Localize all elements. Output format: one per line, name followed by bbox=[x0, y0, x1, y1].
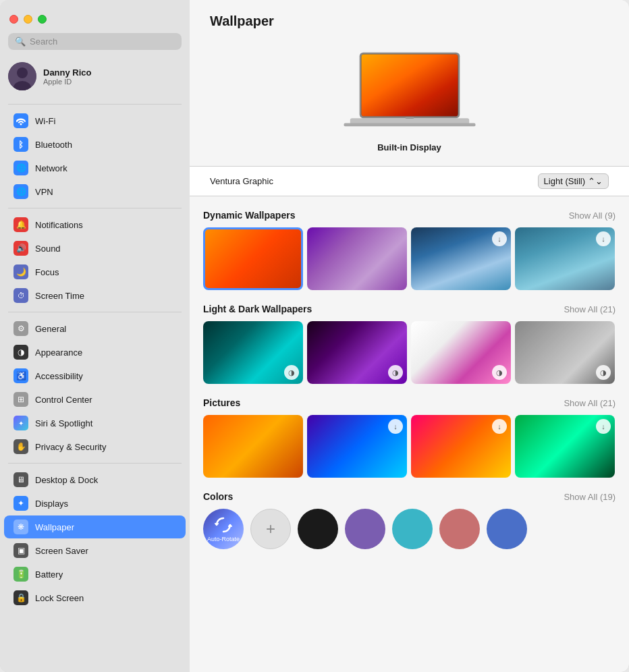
sidebar-item-desktop[interactable]: 🖥 Desktop & Dock bbox=[4, 468, 186, 491]
dynamic-thumb-1[interactable] bbox=[203, 227, 303, 290]
lockscreen-icon: 🔒 bbox=[13, 590, 28, 605]
wallpaper-grid-light-dark: ◑ ◑ ◑ ◑ bbox=[203, 321, 616, 384]
picture-thumb-2[interactable]: ↓ bbox=[307, 415, 407, 478]
sidebar-item-lockscreen[interactable]: 🔒 Lock Screen bbox=[4, 586, 186, 609]
lightdark-thumb-3[interactable]: ◑ bbox=[411, 321, 511, 384]
sound-label: Sound bbox=[35, 244, 61, 254]
sidebar-item-wifi[interactable]: Wi-Fi bbox=[4, 109, 186, 132]
sidebar-item-screentime[interactable]: ⏱ Screen Time bbox=[4, 284, 186, 307]
network-label: Network bbox=[35, 163, 67, 173]
search-box[interactable]: 🔍 bbox=[8, 33, 182, 50]
auto-rotate-label: Auto-Rotate bbox=[207, 536, 240, 542]
wallpaper-selector: Ventura Graphic Light (Still) ⌃⌄ bbox=[190, 166, 629, 196]
divider-4 bbox=[8, 463, 182, 464]
avatar bbox=[8, 62, 36, 90]
auto-rotate-button[interactable]: Auto-Rotate bbox=[203, 509, 244, 549]
section-header-pictures: Pictures Show All (21) bbox=[203, 397, 616, 408]
page-title: Wallpaper bbox=[210, 13, 609, 29]
bluetooth-icon: ᛒ bbox=[13, 137, 28, 152]
lightdark-thumb-4[interactable]: ◑ bbox=[515, 321, 615, 384]
screentime-label: Screen Time bbox=[35, 291, 84, 301]
battery-icon: 🔋 bbox=[13, 567, 28, 582]
section-title-dynamic: Dynamic Wallpapers bbox=[203, 210, 295, 221]
picture-thumb-4[interactable]: ↓ bbox=[515, 415, 615, 478]
window: 🔍 Danny Rico Apple ID bbox=[0, 0, 629, 672]
wallpaper-style-button[interactable]: Light (Still) ⌃⌄ bbox=[538, 173, 609, 189]
show-all-pictures-button[interactable]: Show All (21) bbox=[564, 398, 616, 408]
sidebar-section-preferences: ⚙ General ◑ Appearance ♿ Accessibility bbox=[0, 316, 190, 459]
content-area: 🔍 Danny Rico Apple ID bbox=[0, 0, 629, 672]
user-info: Danny Rico Apple ID bbox=[43, 67, 92, 86]
sidebar-item-sound[interactable]: 🔊 Sound bbox=[4, 237, 186, 260]
vpn-label: VPN bbox=[35, 187, 53, 197]
show-all-colors-button[interactable]: Show All (19) bbox=[564, 492, 616, 502]
sidebar-section-network: Wi-Fi ᛒ Bluetooth 🌐 Network 🌐 bbox=[0, 109, 190, 204]
color-swatch-purple[interactable] bbox=[345, 509, 385, 549]
add-color-button[interactable]: + bbox=[250, 509, 291, 549]
siri-icon: ✦ bbox=[13, 416, 28, 430]
sidebar-item-controlcenter[interactable]: ⊞ Control Center bbox=[4, 388, 186, 411]
sidebar-item-general[interactable]: ⚙ General bbox=[4, 317, 186, 340]
sidebar-item-focus[interactable]: 🌙 Focus bbox=[4, 260, 186, 283]
section-colors: Colors Show All (19) Auto-Rotate bbox=[203, 491, 616, 563]
show-all-dynamic-button[interactable]: Show All (9) bbox=[569, 211, 616, 221]
display-label: Built-in Display bbox=[377, 142, 441, 152]
sidebar-item-siri[interactable]: ✦ Siri & Spotlight bbox=[4, 412, 186, 435]
section-light-dark: Light & Dark Wallpapers Show All (21) ◑ … bbox=[203, 304, 616, 384]
focus-label: Focus bbox=[35, 267, 59, 277]
focus-icon: 🌙 bbox=[13, 264, 28, 279]
sidebar-item-bluetooth[interactable]: ᛒ Bluetooth bbox=[4, 133, 186, 156]
notifications-icon: 🔔 bbox=[13, 217, 28, 232]
wifi-icon bbox=[13, 113, 28, 128]
sidebar-item-battery[interactable]: 🔋 Battery bbox=[4, 563, 186, 586]
network-icon: 🌐 bbox=[13, 161, 28, 175]
user-subtitle: Apple ID bbox=[43, 78, 92, 86]
colors-grid: Auto-Rotate + bbox=[203, 509, 616, 563]
maximize-button[interactable] bbox=[38, 15, 47, 24]
picture-thumb-3[interactable]: ↓ bbox=[411, 415, 511, 478]
laptop-svg bbox=[335, 49, 484, 137]
sidebar-item-wallpaper[interactable]: ❋ Wallpaper bbox=[4, 515, 186, 538]
sidebar: 🔍 Danny Rico Apple ID bbox=[0, 0, 190, 672]
sidebar-item-privacy[interactable]: ✋ Privacy & Security bbox=[4, 435, 186, 458]
dynamic-thumb-3[interactable]: ↓ bbox=[411, 227, 511, 290]
wallpaper-style-label: Light (Still) bbox=[544, 176, 585, 186]
lightdark-thumb-1[interactable]: ◑ bbox=[203, 321, 303, 384]
close-button[interactable] bbox=[9, 15, 18, 24]
wallpaper-name: Ventura Graphic bbox=[210, 176, 273, 186]
minimize-button[interactable] bbox=[24, 15, 32, 24]
section-dynamic: Dynamic Wallpapers Show All (9) ↓ ↓ bbox=[203, 210, 616, 290]
lightdark-thumb-2[interactable]: ◑ bbox=[307, 321, 407, 384]
picture-thumb-1[interactable] bbox=[203, 415, 303, 478]
svg-point-1 bbox=[17, 67, 28, 78]
user-profile[interactable]: Danny Rico Apple ID bbox=[0, 57, 190, 100]
dynamic-thumb-4[interactable]: ↓ bbox=[515, 227, 615, 290]
sound-icon: 🔊 bbox=[13, 241, 28, 256]
sidebar-item-displays[interactable]: ✦ Displays bbox=[4, 492, 186, 515]
wallpaper-grid-pictures: ↓ ↓ ↓ bbox=[203, 415, 616, 478]
sidebar-section-display: 🖥 Desktop & Dock ✦ Displays ❋ Wallpaper bbox=[0, 468, 190, 610]
sidebar-item-vpn[interactable]: 🌐 VPN bbox=[4, 180, 186, 203]
dynamic-thumb-2[interactable] bbox=[307, 227, 407, 290]
displays-label: Displays bbox=[35, 499, 68, 509]
svg-rect-8 bbox=[405, 117, 414, 119]
sidebar-item-notifications[interactable]: 🔔 Notifications bbox=[4, 213, 186, 236]
color-swatch-rose[interactable] bbox=[439, 509, 480, 549]
display-preview: Built-in Display bbox=[190, 36, 629, 166]
sidebar-item-appearance[interactable]: ◑ Appearance bbox=[4, 341, 186, 364]
sidebar-item-screensaver[interactable]: ▣ Screen Saver bbox=[4, 539, 186, 562]
show-all-lightdark-button[interactable]: Show All (21) bbox=[564, 304, 616, 314]
search-container: 🔍 bbox=[0, 29, 190, 57]
color-swatch-black[interactable] bbox=[298, 509, 338, 549]
search-input[interactable] bbox=[30, 36, 175, 47]
download-icon-p3: ↓ bbox=[492, 419, 507, 434]
appearance-toggle-2: ◑ bbox=[388, 365, 403, 380]
download-icon-p4: ↓ bbox=[596, 419, 611, 434]
desktop-icon: 🖥 bbox=[13, 472, 28, 487]
color-swatch-blue[interactable] bbox=[487, 509, 527, 549]
color-swatch-teal[interactable] bbox=[392, 509, 433, 549]
sidebar-item-accessibility[interactable]: ♿ Accessibility bbox=[4, 364, 186, 387]
sidebar-section-system: 🔔 Notifications 🔊 Sound 🌙 Focus bbox=[0, 213, 190, 308]
sidebar-item-network[interactable]: 🌐 Network bbox=[4, 157, 186, 179]
traffic-lights bbox=[0, 5, 190, 24]
